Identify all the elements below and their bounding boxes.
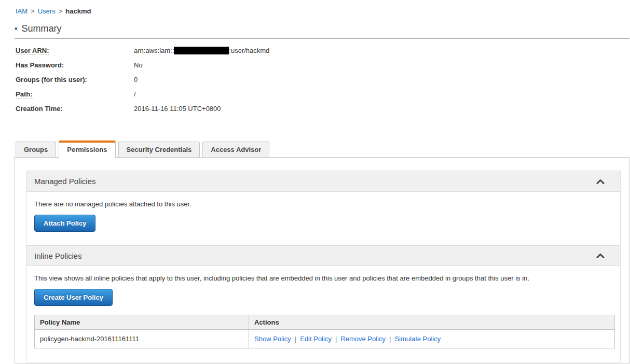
summary-section-header[interactable]: ▾ Summary (15, 23, 629, 39)
edit-policy-link[interactable]: Edit Policy (300, 335, 332, 343)
action-separator: | (335, 335, 337, 343)
inline-policies-description: This view shows all inline policies that… (34, 274, 615, 282)
groups-label: Groups (for this user): (16, 75, 134, 85)
breadcrumb-current-user: hackmd (65, 7, 91, 15)
policy-name-cell: policygen-hackmd-201611161111 (35, 330, 249, 348)
summary-row-has-password: Has Password: No (16, 61, 629, 70)
summary-row-groups: Groups (for this user): 0 (16, 75, 629, 85)
user-arn-value: arn:aws:iam:::user/hackmd (134, 46, 269, 55)
attach-policy-button[interactable]: Attach Policy (34, 215, 95, 232)
managed-policies-header[interactable]: Managed Policies (26, 171, 620, 192)
collapse-chevron-icon[interactable] (596, 179, 605, 184)
breadcrumb-separator: > (59, 7, 63, 15)
tab-access-advisor[interactable]: Access Advisor (202, 142, 269, 157)
table-header-row: Policy Name Actions (35, 315, 615, 330)
tab-groups[interactable]: Groups (16, 142, 56, 157)
groups-value: 0 (134, 75, 138, 85)
breadcrumb-link-users[interactable]: Users (38, 7, 56, 15)
column-header-actions: Actions (249, 315, 615, 330)
user-arn-label: User ARN: (16, 46, 134, 55)
tab-permissions[interactable]: Permissions (59, 141, 115, 158)
breadcrumb-link-iam[interactable]: IAM (16, 7, 28, 15)
inline-policies-title: Inline Policies (34, 251, 82, 260)
permissions-tab-panel: Managed Policies There are no managed po… (15, 157, 629, 363)
policy-actions-cell: Show Policy|Edit Policy|Remove Policy|Si… (249, 330, 615, 348)
action-separator: | (295, 335, 296, 343)
tab-security-credentials[interactable]: Security Credentials (118, 142, 200, 157)
summary-row-user-arn: User ARN: arn:aws:iam:::user/hackmd (16, 46, 629, 55)
breadcrumb-separator: > (31, 7, 35, 15)
table-row: policygen-hackmd-201611161111 Show Polic… (35, 330, 615, 348)
inline-policies-body: This view shows all inline policies that… (26, 266, 620, 362)
managed-policies-body: There are no managed policies attached t… (26, 192, 620, 245)
has-password-value: No (134, 61, 143, 70)
redaction-box (174, 47, 229, 54)
remove-policy-link[interactable]: Remove Policy (340, 335, 386, 343)
summary-rows: User ARN: arn:aws:iam:::user/hackmd Has … (16, 46, 629, 114)
inline-policies-table: Policy Name Actions policygen-hackmd-201… (34, 315, 615, 348)
create-user-policy-button[interactable]: Create User Policy (34, 289, 113, 306)
summary-row-path: Path: / (16, 90, 629, 99)
collapse-chevron-icon[interactable] (596, 253, 605, 258)
collapse-caret-icon[interactable]: ▾ (15, 25, 18, 32)
path-label: Path: (16, 90, 134, 99)
summary-row-creation-time: Creation Time: 2016-11-16 11:05 UTC+0800 (16, 104, 629, 114)
column-header-policy-name: Policy Name (35, 315, 249, 330)
managed-policies-title: Managed Policies (34, 177, 95, 186)
summary-title: Summary (22, 23, 62, 34)
simulate-policy-link[interactable]: Simulate Policy (394, 335, 441, 343)
has-password-label: Has Password: (16, 61, 134, 70)
breadcrumb: IAM>Users>hackmd (15, 7, 629, 15)
inline-policies-header[interactable]: Inline Policies (26, 245, 620, 266)
tab-bar: Groups Permissions Security Credentials … (16, 141, 629, 157)
action-separator: | (389, 335, 391, 343)
creation-time-value: 2016-11-16 11:05 UTC+0800 (134, 104, 221, 114)
show-policy-link[interactable]: Show Policy (254, 335, 291, 343)
creation-time-label: Creation Time: (16, 104, 134, 114)
managed-policies-empty-message: There are no managed policies attached t… (34, 200, 615, 208)
path-value: / (134, 90, 136, 99)
